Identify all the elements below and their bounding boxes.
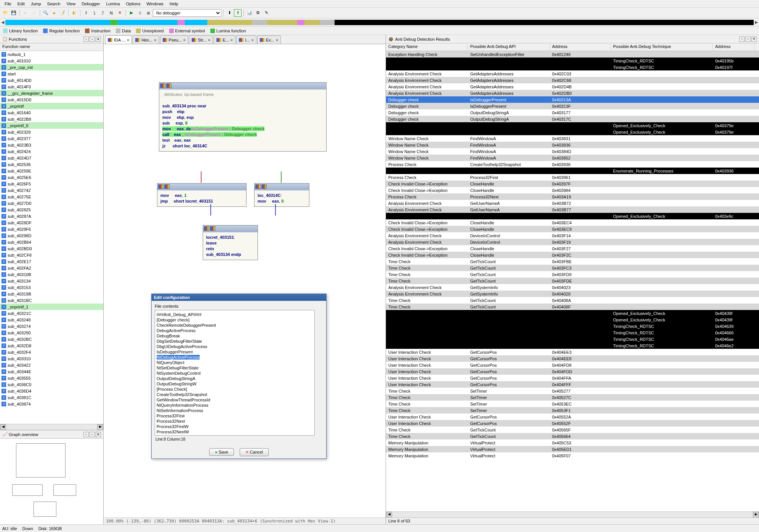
results-row[interactable]: Analysis Environment CheckDeviceIoContro… [386, 239, 759, 245]
function-row[interactable]: fsub_40275E [0, 193, 103, 200]
results-row[interactable]: Check Invalid Close->ExceptionCloseHandl… [386, 181, 759, 187]
tab-bar[interactable]: IDA ...×Hex...×Pseu...×Str...×E...×I...×… [104, 35, 386, 44]
fwd-icon[interactable]: → [30, 9, 38, 17]
results-row[interactable]: Analysis Environment CheckGetAdaptersAdd… [386, 77, 759, 83]
results-row[interactable]: Check Invalid Close->ExceptionCloseHandl… [386, 252, 759, 258]
results-row[interactable]: Memory ManipulationVirtualProtect0x405C5… [386, 439, 759, 446]
results-row[interactable]: Debugger checkOutputDebugStringA0x403177 [386, 109, 759, 116]
results-row[interactable]: Time CheckGetTickCount0x40565F [386, 427, 759, 433]
function-row[interactable]: fsub_4036D4 [0, 388, 103, 394]
results-row[interactable]: User Interaction CheckGetCursorPos0x404F… [386, 375, 759, 381]
function-row[interactable]: fsub_402328 [0, 129, 103, 135]
results-row[interactable]: TimingCheck_RDTSC0x404639 [386, 323, 759, 329]
results-row[interactable]: User Interaction CheckGetCursorPos0x404E… [386, 355, 759, 362]
results-col-header[interactable]: Category Name [386, 43, 468, 51]
debugger-select[interactable]: No debugger [153, 9, 221, 17]
tab-close-icon[interactable]: × [208, 38, 210, 42]
function-row[interactable]: fsub_4025E6 [0, 174, 103, 181]
function-row[interactable]: fsub_4028F6 [0, 226, 103, 232]
results-row[interactable]: Time CheckGetTickCount0x403FD9 [386, 271, 759, 278]
results-row[interactable]: Window Name CheckFindWindowA0x403852 [386, 155, 759, 161]
tab[interactable]: IDA ...× [105, 35, 132, 44]
save-button[interactable]: ● Save [209, 448, 234, 456]
tab[interactable]: E...× [214, 35, 235, 44]
function-row[interactable]: fsub_40344E [0, 368, 103, 375]
results-row[interactable]: Time CheckGetTickCount0x40408F [386, 304, 759, 310]
function-row[interactable]: fsub_4032BC [0, 336, 103, 342]
tab-close-icon[interactable]: × [231, 38, 233, 42]
close-icon[interactable]: ✕ [96, 37, 101, 42]
results-row[interactable]: Time CheckGetTickCount0x403FDE [386, 278, 759, 284]
function-row[interactable]: fsub_403290 [0, 329, 103, 336]
results-row[interactable]: Time CheckGetTickCount0x405664 [386, 433, 759, 439]
function-row[interactable]: fsub_40259E [0, 168, 103, 174]
results-row[interactable]: Enumerate_Running_Processes0x403936 [386, 168, 759, 174]
results-table[interactable]: Exception Handling CheckSetUnhandledExce… [386, 51, 759, 511]
graph-overview-canvas[interactable] [0, 439, 103, 522]
nav-left[interactable]: ◀ [0, 20, 5, 25]
function-row[interactable]: fsub_4024D7 [0, 155, 103, 161]
results-row[interactable]: Time CheckSetTimer0x4053EC [386, 401, 759, 407]
results-row[interactable]: Memory ManipulationVirtualProtect0x405ED… [386, 446, 759, 452]
results-row[interactable]: Time CheckGetTickCount0x403FC3 [386, 265, 759, 271]
function-row[interactable]: fsub_4036C0 [0, 381, 103, 388]
tab-close-icon[interactable]: × [127, 38, 129, 42]
function-row[interactable]: fsub_403555 [0, 375, 103, 381]
open-icon[interactable]: 📁 [2, 9, 9, 17]
results-row[interactable]: Process CheckProcess32First0x403961 [386, 174, 759, 181]
menu-bar[interactable]: FileEditJumpSearchViewDebuggerLuminaOpti… [0, 0, 759, 8]
function-row[interactable]: fnullsub_1 [0, 51, 103, 58]
results-row[interactable]: Process CheckCreateToolhelp32Snapshot0x4… [386, 161, 759, 168]
function-row[interactable]: fsub_402424 [0, 148, 103, 155]
function-row[interactable]: fsub_402B64 [0, 239, 103, 245]
results-row[interactable]: Opened_Exclusively_Check0x403e9c [386, 213, 759, 219]
tab[interactable]: Pseu...× [160, 35, 189, 44]
results-row[interactable]: TimingCheck_RDTSC0x40195b [386, 58, 759, 64]
menu-debugger[interactable]: Debugger [78, 1, 103, 7]
function-row[interactable]: fsub_40287A [0, 213, 103, 219]
function-row[interactable]: fsub_4028DF [0, 219, 103, 226]
pin-icon[interactable]: ▫ [83, 432, 89, 437]
results-row[interactable]: Debugger checkOutputDebugStringA0x40317C [386, 116, 759, 122]
function-row[interactable]: fsub_403422 [0, 362, 103, 368]
function-row[interactable]: f_pre_cpp_init [0, 64, 103, 70]
function-row[interactable]: fsub_402FA2 [0, 265, 103, 271]
function-row[interactable]: fsub_40298D [0, 232, 103, 239]
back-icon[interactable]: ← [22, 9, 29, 17]
tab[interactable]: Str...× [189, 35, 213, 44]
results-row[interactable]: Time CheckGetTickCount0x403FBE [386, 258, 759, 265]
tool-icon[interactable]: f [82, 9, 90, 17]
results-row[interactable]: Window Name CheckFindWindowA0x403836 [386, 142, 759, 148]
function-row[interactable]: fsub_4032D8 [0, 342, 103, 349]
function-row[interactable]: f__gcc_deregister_frame [0, 90, 103, 96]
results-row[interactable]: Window Name CheckFindWindowA0x403831 [386, 135, 759, 142]
results-row[interactable]: User Interaction CheckGetCursorPos0x404F… [386, 362, 759, 368]
results-row[interactable]: Analysis Environment CheckGetSystemInfo0… [386, 284, 759, 291]
tab-close-icon[interactable]: × [154, 38, 156, 42]
tab-close-icon[interactable]: × [251, 38, 254, 42]
results-row[interactable]: Check Invalid Close->ExceptionCloseHandl… [386, 245, 759, 252]
results-row[interactable]: TimingCheck_RDTSC0x4046e2 [386, 342, 759, 349]
menu-view[interactable]: View [63, 1, 78, 7]
function-row[interactable]: fsub_403310 [0, 355, 103, 362]
stop-icon[interactable]: ⏹ [144, 9, 152, 17]
tool-icon[interactable]: ● [50, 9, 58, 17]
function-row[interactable]: fsub_403248 [0, 316, 103, 323]
function-row[interactable]: fsub_40381C [0, 394, 103, 401]
results-row[interactable]: Window Name CheckFindWindowA0x40384D [386, 148, 759, 155]
pin-icon[interactable]: ▫ [83, 37, 89, 42]
results-row[interactable]: Debugger checkIsDebuggerPresent0x40313F [386, 103, 759, 109]
results-row[interactable]: Opened_Exclusively_Check0x40379e [386, 129, 759, 135]
menu-search[interactable]: Search [44, 1, 64, 7]
min-icon[interactable]: ▫ [739, 37, 745, 42]
function-row[interactable]: fsub_401010 [0, 58, 103, 64]
function-row[interactable]: fsub_4027D0 [0, 200, 103, 206]
function-row[interactable]: f_snprintf_1 [0, 304, 103, 310]
results-row[interactable]: Time CheckGetTickCount0x40408A [386, 297, 759, 304]
results-row[interactable]: User Interaction CheckGetCursorPos0x4055… [386, 414, 759, 420]
disassembly-graph[interactable]: ; Attributes: bp-based frame sub_403134 … [104, 44, 386, 518]
tool-icon[interactable]: ⬇ [226, 9, 233, 17]
menu-file[interactable]: File [2, 1, 14, 7]
results-col-header[interactable]: Address [713, 43, 755, 51]
results-row[interactable]: Time CheckSetTimer0x4053F1 [386, 407, 759, 414]
